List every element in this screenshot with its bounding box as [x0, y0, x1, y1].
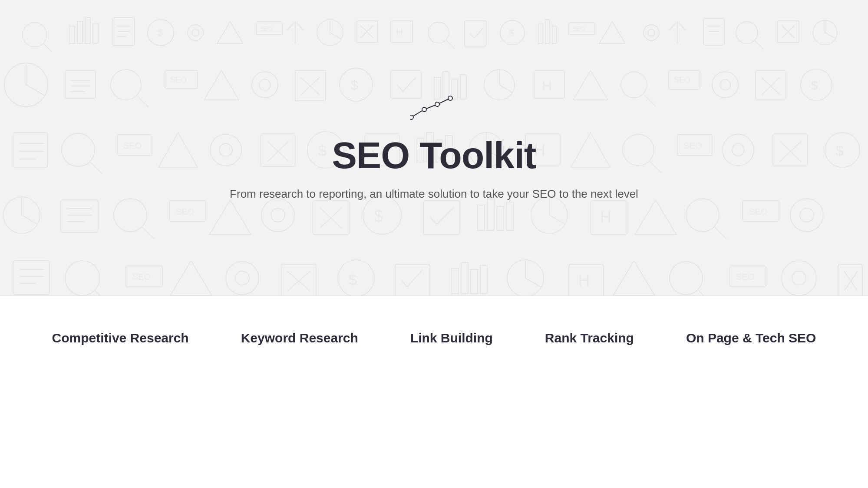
svg-marker-36 — [599, 22, 625, 43]
svg-rect-152 — [497, 206, 504, 230]
svg-rect-149 — [423, 201, 460, 235]
svg-rect-157 — [591, 201, 627, 235]
nav-item-competitive-research[interactable]: Competitive Research — [26, 331, 215, 351]
svg-rect-195 — [729, 266, 766, 287]
svg-text:SEO: SEO — [260, 25, 273, 32]
svg-line-44 — [755, 40, 763, 49]
svg-marker-159 — [635, 200, 677, 235]
svg-text:$: $ — [374, 207, 383, 225]
svg-rect-2 — [69, 26, 75, 43]
svg-line-120 — [650, 162, 662, 173]
svg-text:SEO: SEO — [674, 76, 690, 84]
svg-point-0 — [23, 23, 47, 47]
svg-rect-144 — [313, 201, 349, 235]
svg-rect-139 — [169, 201, 206, 222]
svg-text:$: $ — [158, 27, 163, 38]
hero-section: .pat { fill: none; stroke: #333; stroke-… — [0, 0, 868, 295]
svg-point-165 — [800, 208, 814, 222]
svg-point-164 — [790, 199, 823, 232]
svg-rect-45 — [777, 21, 799, 43]
svg-line-189 — [525, 278, 541, 287]
nav-item-on-page-tech-seo[interactable]: On Page & Tech SEO — [660, 331, 842, 351]
svg-point-51 — [4, 63, 48, 106]
hero-subtitle: From research to reporting, an ultimate … — [230, 187, 638, 201]
svg-marker-14 — [217, 22, 243, 43]
svg-line-171 — [95, 290, 106, 295]
svg-rect-166 — [13, 261, 50, 295]
svg-point-187 — [507, 260, 544, 295]
svg-rect-28 — [465, 21, 486, 47]
svg-marker-192 — [613, 261, 655, 295]
svg-point-193 — [670, 262, 703, 295]
svg-point-85 — [712, 72, 738, 98]
svg-marker-174 — [170, 261, 212, 295]
svg-line-67 — [301, 77, 320, 95]
svg-line-66 — [301, 77, 320, 95]
svg-rect-6 — [113, 17, 135, 46]
svg-point-38 — [648, 29, 655, 36]
svg-text:$: $ — [351, 78, 358, 92]
svg-point-204 — [435, 102, 439, 106]
svg-line-77 — [499, 85, 512, 93]
svg-rect-5 — [93, 24, 98, 43]
svg-rect-21 — [356, 21, 378, 43]
svg-point-198 — [792, 271, 806, 285]
svg-rect-184 — [461, 262, 468, 294]
trend-line-icon — [410, 95, 458, 123]
svg-point-205 — [448, 96, 452, 100]
svg-line-194 — [698, 290, 710, 295]
svg-rect-40 — [703, 18, 724, 45]
svg-text:H: H — [578, 272, 590, 289]
svg-rect-31 — [538, 24, 543, 43]
svg-rect-15 — [256, 22, 282, 35]
svg-point-64 — [259, 79, 271, 90]
svg-point-81 — [621, 72, 647, 98]
svg-rect-54 — [65, 70, 96, 99]
svg-line-138 — [142, 227, 154, 239]
svg-rect-182 — [395, 264, 430, 295]
svg-rect-87 — [756, 70, 786, 100]
svg-point-43 — [736, 22, 758, 43]
svg-text:$: $ — [836, 143, 844, 159]
svg-text:$: $ — [349, 271, 357, 288]
svg-rect-125 — [773, 134, 808, 166]
svg-line-179 — [287, 271, 310, 291]
svg-point-197 — [782, 261, 816, 295]
svg-text:SEO: SEO — [123, 141, 142, 150]
svg-line-200 — [845, 272, 857, 290]
svg-text:SEO: SEO — [176, 207, 194, 216]
svg-text:$: $ — [811, 79, 818, 92]
svg-rect-133 — [61, 200, 98, 232]
svg-point-180 — [338, 260, 374, 295]
nav-item-keyword-research[interactable]: Keyword Research — [215, 331, 384, 351]
svg-point-202 — [410, 115, 413, 120]
page-title: SEO Toolkit — [332, 136, 536, 175]
svg-rect-177 — [281, 264, 316, 295]
nav-item-link-building[interactable]: Link Building — [384, 331, 519, 351]
svg-point-10 — [148, 20, 174, 46]
svg-line-27 — [446, 40, 455, 49]
svg-rect-199 — [838, 264, 862, 295]
svg-marker-100 — [158, 133, 198, 167]
svg-point-18 — [317, 20, 343, 46]
svg-text:H: H — [542, 78, 552, 93]
svg-rect-92 — [13, 133, 48, 167]
svg-rect-4 — [85, 17, 90, 43]
svg-point-154 — [531, 197, 568, 233]
svg-marker-141 — [209, 200, 251, 235]
svg-line-132 — [22, 215, 37, 224]
svg-rect-24 — [391, 21, 413, 43]
nav-items-container: Competitive ResearchKeyword ResearchLink… — [26, 331, 842, 351]
svg-line-97 — [90, 162, 102, 174]
bottom-navigation: Competitive ResearchKeyword ResearchLink… — [0, 295, 868, 488]
svg-rect-60 — [165, 70, 198, 89]
svg-point-143 — [271, 208, 285, 222]
svg-rect-185 — [471, 269, 478, 294]
svg-rect-3 — [77, 22, 83, 43]
svg-rect-190 — [569, 264, 604, 295]
nav-item-rank-tracking[interactable]: Rank Tracking — [519, 331, 660, 351]
svg-line-88 — [762, 77, 780, 95]
svg-line-46 — [782, 25, 795, 38]
svg-text:SEO: SEO — [736, 272, 754, 282]
svg-rect-78 — [534, 70, 564, 99]
